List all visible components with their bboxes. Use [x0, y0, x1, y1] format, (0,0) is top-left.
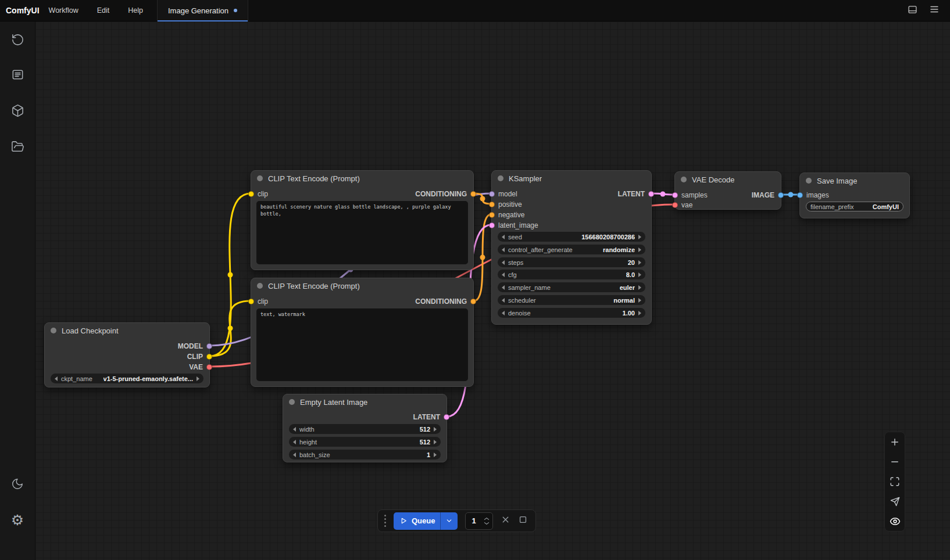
widget-denoise[interactable]: denoise 1.00: [498, 308, 645, 318]
widget-steps[interactable]: steps 20: [498, 257, 645, 267]
stop-icon[interactable]: [518, 515, 528, 527]
collapse-dot[interactable]: [257, 283, 263, 289]
node-ksampler[interactable]: KSampler model LATENT positive negative …: [491, 170, 652, 325]
conditioning-output-dot[interactable]: [470, 299, 476, 304]
fit-view-button[interactable]: [885, 472, 905, 491]
increment-arrow-icon[interactable]: [638, 247, 641, 252]
collapse-dot[interactable]: [289, 399, 295, 405]
decrement-arrow-icon[interactable]: [502, 247, 505, 252]
sidebar-item-model-library[interactable]: [6, 99, 29, 122]
sidebar-item-node-log[interactable]: [6, 63, 29, 86]
node-title-bar[interactable]: KSampler: [492, 171, 651, 186]
node-title-bar[interactable]: Load Checkpoint: [45, 323, 209, 338]
samples-input-dot[interactable]: [672, 192, 678, 198]
node-save-image[interactable]: Save Image images filename_prefix ComfyU…: [799, 173, 910, 218]
toggle-bottom-panel-button[interactable]: [908, 5, 917, 17]
decrement-arrow-icon[interactable]: [502, 272, 505, 277]
node-clip-text-encode-negative[interactable]: CLIP Text Encode (Prompt) clip CONDITION…: [251, 278, 474, 387]
positive-input-dot[interactable]: [489, 202, 495, 207]
widget-scheduler[interactable]: scheduler normal: [498, 295, 645, 305]
menu-help[interactable]: Help: [128, 6, 143, 15]
latent-output-dot[interactable]: [444, 414, 449, 420]
collapse-dot[interactable]: [806, 178, 812, 184]
menu-workflow[interactable]: Workflow: [49, 6, 78, 15]
decrement-arrow-icon[interactable]: [55, 376, 58, 381]
increment-arrow-icon[interactable]: [434, 453, 437, 457]
increment-arrow-icon[interactable]: [638, 298, 641, 303]
images-input-dot[interactable]: [797, 192, 803, 198]
decrement-arrow-icon[interactable]: [293, 453, 296, 457]
zoom-in-button[interactable]: [885, 432, 905, 452]
collapse-dot[interactable]: [51, 328, 56, 333]
sidebar-item-queue-history[interactable]: [6, 28, 29, 51]
collapse-dot[interactable]: [498, 175, 503, 181]
settings-button[interactable]: ⚙: [6, 508, 29, 532]
clip-input-dot[interactable]: [248, 191, 254, 197]
widget-seed[interactable]: seed 156680208700286: [498, 232, 645, 242]
node-title-bar[interactable]: CLIP Text Encode (Prompt): [251, 171, 473, 186]
decrement-arrow-icon[interactable]: [502, 235, 505, 239]
vae-output-dot[interactable]: [206, 364, 212, 370]
node-empty-latent-image[interactable]: Empty Latent Image LATENT width 512 heig…: [283, 394, 447, 462]
node-clip-text-encode-positive[interactable]: CLIP Text Encode (Prompt) clip CONDITION…: [251, 170, 474, 270]
samples-input-label: samples: [681, 190, 708, 200]
collapse-dot[interactable]: [257, 175, 263, 181]
widget-cfg[interactable]: cfg 8.0: [498, 270, 645, 279]
zoom-out-button[interactable]: [885, 452, 905, 472]
main-menu-button[interactable]: [929, 4, 940, 17]
increment-arrow-icon[interactable]: [638, 272, 641, 277]
increment-arrow-icon[interactable]: [638, 285, 641, 290]
theme-toggle-button[interactable]: [6, 472, 29, 496]
node-vae-decode[interactable]: VAE Decode samples IMAGE vae: [674, 171, 781, 210]
model-input-dot[interactable]: [489, 191, 495, 197]
node-title-bar[interactable]: CLIP Text Encode (Prompt): [251, 278, 473, 293]
widget-sampler-name[interactable]: sampler_name euler: [498, 282, 645, 292]
latent-output-dot[interactable]: [648, 191, 654, 197]
widget-height[interactable]: height 512: [289, 437, 441, 447]
node-title-bar[interactable]: Save Image: [800, 173, 909, 188]
conditioning-output-dot[interactable]: [470, 191, 476, 197]
node-title-bar[interactable]: Empty Latent Image: [283, 394, 447, 410]
drag-handle[interactable]: [384, 515, 386, 527]
decrement-arrow-icon[interactable]: [293, 440, 296, 444]
prompt-textarea[interactable]: beautiful scenery nature glass bottle la…: [256, 201, 468, 264]
queue-button[interactable]: Queue: [394, 512, 458, 530]
model-output-dot[interactable]: [206, 343, 212, 349]
collapse-dot[interactable]: [681, 177, 687, 182]
widget-batch-size[interactable]: batch_size 1: [289, 450, 441, 460]
decrement-arrow-icon[interactable]: [293, 427, 296, 432]
negative-input-dot[interactable]: [489, 212, 495, 218]
image-output-dot[interactable]: [778, 192, 784, 198]
decrement-arrow-icon[interactable]: [502, 298, 505, 303]
clip-output-dot[interactable]: [206, 354, 212, 360]
increment-icon[interactable]: [484, 517, 490, 520]
node-title-bar[interactable]: VAE Decode: [675, 172, 781, 187]
decrement-icon[interactable]: [484, 522, 490, 525]
widget-width[interactable]: width 512: [289, 424, 441, 434]
batch-count-spinner[interactable]: 1: [465, 512, 493, 530]
increment-arrow-icon[interactable]: [434, 427, 437, 432]
tab-image-generation[interactable]: Image Generation: [157, 0, 248, 21]
select-mode-button[interactable]: [885, 491, 905, 511]
menu-edit[interactable]: Edit: [97, 6, 110, 15]
vae-input-dot[interactable]: [672, 202, 678, 208]
increment-arrow-icon[interactable]: [638, 311, 641, 315]
clip-input-dot[interactable]: [248, 299, 254, 304]
decrement-arrow-icon[interactable]: [502, 285, 505, 290]
queue-dropdown-button[interactable]: [440, 512, 458, 530]
widget-filename-prefix[interactable]: filename_prefix ComfyUI: [806, 202, 903, 211]
increment-arrow-icon[interactable]: [197, 376, 199, 381]
widget-control-after-generate[interactable]: control_after_generate randomize: [498, 245, 645, 254]
widget-ckpt-name[interactable]: ckpt_name v1-5-pruned-emaonly.safete...: [51, 374, 203, 383]
prompt-textarea[interactable]: text, watermark: [256, 308, 468, 381]
increment-arrow-icon[interactable]: [638, 235, 641, 239]
latent-image-input-dot[interactable]: [489, 222, 495, 228]
decrement-arrow-icon[interactable]: [502, 311, 505, 315]
node-load-checkpoint[interactable]: Load Checkpoint MODEL CLIP VAE ckpt_name…: [44, 322, 210, 387]
increment-arrow-icon[interactable]: [638, 260, 641, 265]
decrement-arrow-icon[interactable]: [502, 260, 505, 265]
toggle-link-visibility-button[interactable]: [885, 511, 905, 531]
cancel-icon[interactable]: [501, 515, 510, 527]
increment-arrow-icon[interactable]: [434, 440, 437, 444]
sidebar-item-workflows[interactable]: [6, 135, 29, 158]
